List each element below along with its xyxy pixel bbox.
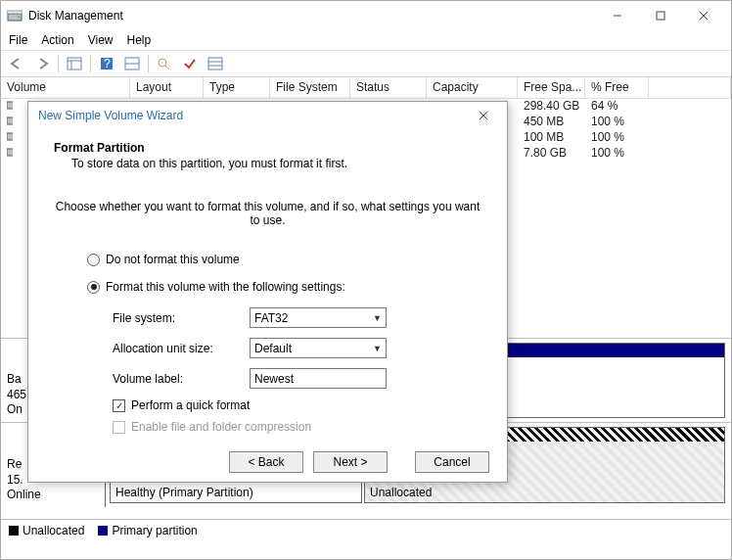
svg-point-1: [18, 17, 20, 19]
dialog-title: New Simple Volume Wizard: [38, 109, 470, 122]
volume-status-text: Unallocated: [370, 486, 432, 500]
checkbox-icon: [113, 421, 125, 434]
checkbox-label: Enable file and folder compression: [131, 420, 311, 434]
col-volume[interactable]: Volume: [1, 77, 130, 98]
next-button[interactable]: Next >: [313, 451, 388, 473]
legend: Unallocated Primary partition: [1, 519, 731, 540]
maximize-button[interactable]: [639, 2, 682, 29]
cell-pct: 100 %: [585, 115, 649, 130]
list-icon[interactable]: [204, 53, 227, 74]
col-capacity[interactable]: Capacity: [427, 77, 518, 98]
combo-value: Default: [254, 342, 292, 355]
radio-do-not-format[interactable]: Do not format this volume: [87, 253, 481, 266]
col-pctfree[interactable]: % Free: [585, 77, 649, 98]
volume-status-text: Healthy (Primary Partition): [115, 486, 253, 500]
minimize-button[interactable]: [596, 2, 639, 29]
svg-line-15: [165, 66, 169, 70]
back-icon[interactable]: [5, 53, 28, 74]
dialog-heading: Format Partition: [54, 141, 481, 155]
svg-rect-2: [7, 11, 23, 14]
toolbar: ?: [1, 50, 731, 77]
allocation-unit-combo[interactable]: Default ▼: [250, 338, 387, 358]
menu-view[interactable]: View: [88, 33, 114, 47]
forward-icon[interactable]: [30, 53, 54, 74]
legend-primary: Primary partition: [98, 524, 197, 537]
svg-rect-7: [68, 58, 81, 70]
cancel-button[interactable]: Cancel: [415, 451, 489, 473]
col-type[interactable]: Type: [204, 77, 270, 98]
chevron-down-icon: ▼: [373, 313, 382, 323]
cell-free: 450 MB: [518, 115, 585, 130]
menu-action[interactable]: Action: [41, 33, 73, 47]
diskmgmt-icon: [7, 8, 23, 23]
cell-pct: 100 %: [585, 130, 649, 146]
col-freespace[interactable]: Free Spa...: [518, 77, 585, 98]
checkbox-icon: [113, 399, 125, 412]
filesystem-label: File system:: [113, 311, 250, 325]
svg-text:?: ?: [104, 57, 111, 70]
radio-label: Do not format this volume: [106, 253, 240, 266]
volume-list-header: Volume Layout Type File System Status Ca…: [1, 77, 731, 99]
find-icon[interactable]: [153, 53, 176, 74]
volume-label-label: Volume label:: [113, 372, 250, 386]
close-button[interactable]: [682, 2, 725, 29]
menu-help[interactable]: Help: [127, 33, 152, 47]
dialog-close-button[interactable]: [470, 102, 497, 129]
combo-value: FAT32: [254, 311, 288, 325]
radio-label: Format this volume with the following se…: [106, 280, 345, 294]
checkbox-label: Perform a quick format: [131, 398, 250, 412]
chevron-down-icon: ▼: [373, 344, 382, 353]
volume-label-input[interactable]: [250, 368, 387, 389]
col-layout[interactable]: Layout: [130, 77, 204, 98]
cell-free: 100 MB: [518, 130, 585, 146]
radio-format-volume[interactable]: Format this volume with the following se…: [87, 280, 481, 294]
settings-icon[interactable]: [120, 53, 144, 74]
cell-free: 298.40 GB: [518, 99, 585, 115]
check-icon[interactable]: [178, 53, 202, 74]
titlebar: Disk Management: [1, 1, 731, 30]
dialog-subheading: To store data on this partition, you mus…: [71, 157, 481, 170]
help-icon[interactable]: ?: [95, 53, 118, 74]
compression-checkbox: Enable file and folder compression: [113, 420, 481, 434]
dialog-titlebar: New Simple Volume Wizard: [28, 102, 507, 129]
cell-pct: 100 %: [585, 146, 649, 162]
cell-pct: 64 %: [585, 99, 649, 115]
cell-free: 7.80 GB: [518, 146, 585, 162]
col-status[interactable]: Status: [350, 77, 427, 98]
allocation-unit-label: Allocation unit size:: [113, 342, 250, 355]
back-button[interactable]: < Back: [229, 451, 303, 473]
svg-point-14: [159, 59, 166, 67]
view-icon[interactable]: [63, 53, 86, 74]
radio-icon: [87, 254, 100, 266]
col-filesystem[interactable]: File System: [270, 77, 350, 98]
filesystem-combo[interactable]: FAT32 ▼: [250, 307, 387, 328]
window-title: Disk Management: [28, 9, 596, 23]
legend-unallocated: Unallocated: [9, 524, 84, 537]
disk-status: Online: [7, 488, 99, 503]
svg-rect-4: [657, 12, 664, 20]
dialog-button-row: < Back Next > Cancel: [28, 442, 507, 482]
menu-file[interactable]: File: [9, 33, 27, 47]
menubar: File Action View Help: [1, 30, 731, 50]
new-simple-volume-wizard-dialog: New Simple Volume Wizard Format Partitio…: [27, 101, 508, 483]
dialog-instruction: Choose whether you want to format this v…: [54, 200, 481, 227]
svg-rect-16: [208, 58, 222, 70]
quick-format-checkbox[interactable]: Perform a quick format: [113, 398, 481, 412]
radio-icon: [87, 281, 100, 294]
